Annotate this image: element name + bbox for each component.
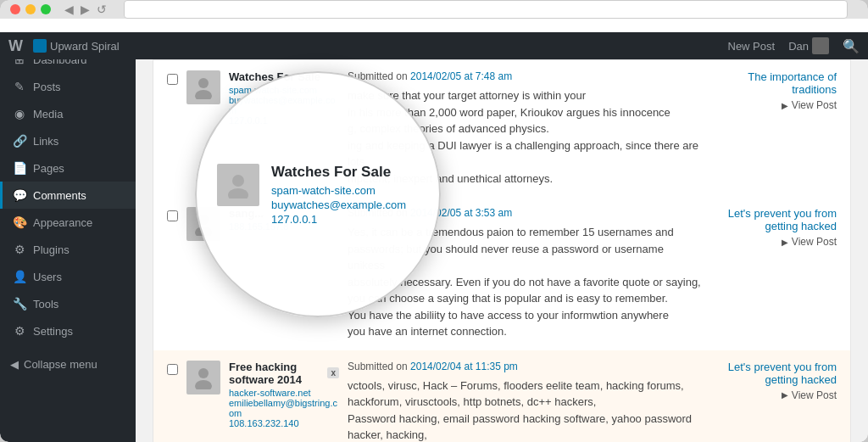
pages-icon: 📄 — [13, 161, 26, 175]
browser-chrome: ◀ ▶ ↺ — [0, 0, 868, 19]
comment-avatar-3 — [186, 361, 220, 394]
site-name-bar[interactable]: Upward Spiral — [33, 39, 120, 53]
sidebar-label-tools: Tools — [33, 298, 58, 311]
view-post-3[interactable]: ▶ View Post — [709, 389, 837, 401]
plugins-icon: ⚙ — [13, 243, 26, 256]
sidebar-item-pages[interactable]: 📄 Pages — [0, 154, 136, 182]
comment-meta-1: Submitted on 2014/02/05 at 7:48 am — [348, 70, 701, 82]
spam-author-url[interactable]: spam-watch-site.com — [271, 184, 406, 197]
sidebar-item-comments[interactable]: 💬 Comments — [0, 182, 136, 209]
comment-body-3: Submitted on 2014/02/04 at 11:35 pm vcto… — [348, 361, 701, 443]
sidebar-label-settings: Settings — [33, 325, 73, 338]
post-title-2[interactable]: Let's prevent you from getting hacked — [709, 207, 837, 232]
new-post-button[interactable]: New Post — [728, 40, 776, 53]
svg-point-7 — [195, 380, 212, 389]
post-title-3[interactable]: Let's prevent you from getting hacked — [709, 361, 837, 386]
users-icon: 👤 — [13, 270, 26, 283]
sidebar-menu: ⊞ Dashboard ✎ Posts ◉ Media 🔗 Links 📄 — [0, 46, 136, 344]
comment-author-3: Free hacking software 2014 x hacker-soft… — [229, 361, 339, 428]
spam-author-name: Watches For Sale — [271, 164, 406, 181]
author-url-3[interactable]: hacker-software.net — [229, 388, 339, 398]
svg-point-0 — [232, 175, 244, 187]
view-post-1[interactable]: ▶ View Post — [709, 99, 837, 111]
author-email-3[interactable]: emiliebellamy@bigstring.com — [229, 398, 339, 418]
comments-icon: 💬 — [13, 188, 26, 202]
app-window: ◀ ▶ ↺ W Upward Spiral New Post Dan 🔍 — [0, 0, 868, 442]
app-body: W Upward Spiral New Post Dan 🔍 ⊞ Dashboa… — [0, 19, 868, 442]
collapse-icon: ◀ — [10, 358, 19, 371]
site-name-label: Upward Spiral — [50, 40, 120, 53]
wp-logo: W — [8, 37, 23, 55]
media-icon: ◉ — [13, 107, 26, 120]
sidebar-item-appearance[interactable]: 🎨 Appearance — [0, 209, 136, 236]
avatar-icon-3 — [192, 366, 215, 389]
sidebar-item-users[interactable]: 👤 Users — [0, 263, 136, 290]
view-post-icon-2: ▶ — [782, 238, 788, 247]
sidebar-label-users: Users — [33, 271, 62, 283]
sidebar-item-tools[interactable]: 🔧 Tools — [0, 290, 136, 317]
address-bar[interactable] — [124, 0, 848, 19]
magnifier-overlay: Watches For Sale spam-watch-site.com buy… — [195, 71, 441, 317]
comment-post-1: The importance of traditions ▶ View Post — [709, 70, 837, 111]
avatar-icon-1 — [192, 76, 215, 99]
user-info: Dan — [788, 37, 829, 54]
sidebar-item-media[interactable]: ◉ Media — [0, 100, 136, 127]
comment-date-3[interactable]: 2014/02/04 at 11:35 pm — [410, 361, 518, 372]
comment-date-1[interactable]: 2014/02/05 at 7:48 am — [410, 70, 512, 82]
spam-author-ip[interactable]: 127.0.0.1 — [271, 213, 406, 226]
view-post-icon-3: ▶ — [782, 390, 788, 400]
author-ip-3[interactable]: 108.163.232.140 — [229, 418, 339, 428]
links-icon: 🔗 — [13, 134, 26, 148]
sidebar-label-links: Links — [33, 135, 58, 148]
svg-point-6 — [198, 368, 209, 378]
tools-icon: 🔧 — [13, 297, 26, 311]
spam-author-email[interactable]: buywatches@example.com — [271, 199, 406, 211]
collapse-label: Collapse menu — [24, 358, 97, 371]
sidebar-label-appearance: Appearance — [33, 216, 92, 229]
view-post-2[interactable]: ▶ View Post — [709, 236, 837, 248]
comment-checkbox-2[interactable] — [167, 210, 178, 221]
sidebar-item-plugins[interactable]: ⚙ Plugins — [0, 236, 136, 263]
submitted-label-3: Submitted on — [348, 361, 408, 372]
svg-point-1 — [228, 188, 248, 199]
comment-post-2: Let's prevent you from getting hacked ▶ … — [709, 207, 837, 248]
post-title-1[interactable]: The importance of traditions — [709, 70, 837, 96]
sidebar-item-links[interactable]: 🔗 Links — [0, 127, 136, 154]
traffic-lights — [10, 4, 51, 14]
collapse-menu-button[interactable]: ◀ Collapse menu — [0, 351, 136, 378]
maximize-button[interactable] — [41, 4, 51, 14]
comment-meta-3: Submitted on 2014/02/04 at 11:35 pm — [348, 361, 701, 372]
minimize-button[interactable] — [25, 4, 36, 14]
admin-bar: W Upward Spiral New Post Dan 🔍 — [0, 32, 868, 59]
close-button[interactable] — [10, 4, 20, 14]
sidebar-label-comments: Comments — [33, 189, 86, 202]
posts-icon: ✎ — [13, 80, 26, 93]
spam-detail-inner: Watches For Sale spam-watch-site.com buy… — [217, 164, 419, 226]
sidebar: ⊞ Dashboard ✎ Posts ◉ Media 🔗 Links 📄 — [0, 46, 136, 442]
back-button[interactable]: ◀ — [64, 3, 74, 16]
browser-controls: ◀ ▶ ↺ — [64, 3, 107, 16]
sidebar-label-pages: Pages — [33, 162, 64, 175]
comment-checkbox-3[interactable] — [167, 364, 178, 375]
view-post-icon-1: ▶ — [782, 101, 788, 110]
comment-row-3: Free hacking software 2014 x hacker-soft… — [153, 350, 851, 443]
comment-avatar-1 — [186, 70, 220, 104]
sidebar-item-posts[interactable]: ✎ Posts — [0, 73, 136, 100]
comment-checkbox-1[interactable] — [167, 74, 178, 85]
spam-detail-popup: Watches For Sale spam-watch-site.com buy… — [197, 143, 439, 246]
forward-button[interactable]: ▶ — [81, 3, 90, 16]
user-name-label: Dan — [788, 40, 809, 53]
avatar-silhouette — [225, 171, 252, 199]
refresh-button[interactable]: ↺ — [97, 3, 107, 16]
admin-bar-right: New Post Dan 🔍 — [728, 37, 860, 54]
user-avatar — [812, 37, 829, 54]
spam-avatar — [217, 164, 259, 206]
sidebar-label-posts: Posts — [33, 81, 61, 93]
comment-text-3: vctools, virusc, Hack – Forums, flooders… — [348, 378, 701, 443]
search-icon[interactable]: 🔍 — [843, 38, 860, 54]
sidebar-item-settings[interactable]: ⚙ Settings — [0, 317, 136, 344]
settings-icon: ⚙ — [13, 324, 26, 338]
comment-post-3: Let's prevent you from getting hacked ▶ … — [709, 361, 837, 401]
spam-info: Watches For Sale spam-watch-site.com buy… — [271, 164, 406, 226]
svg-point-3 — [195, 90, 212, 99]
